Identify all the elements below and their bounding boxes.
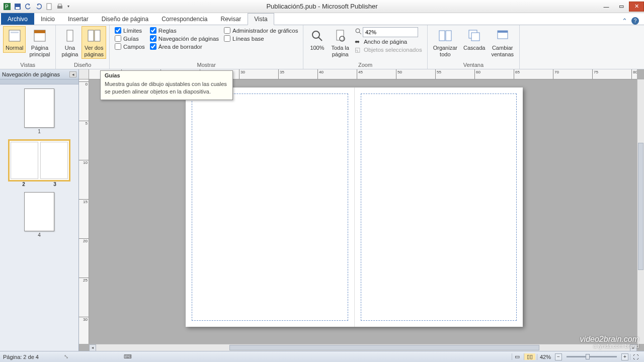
page-width-button[interactable]: ⬌Ancho de página — [355, 38, 422, 45]
single-page-icon — [62, 28, 78, 44]
view-mode-single-icon[interactable]: ▭ — [512, 353, 522, 360]
tab-diseno-pagina[interactable]: Diseño de página — [95, 13, 155, 25]
check-rulers[interactable]: Reglas — [150, 27, 219, 34]
two-page-button[interactable]: Ver dos páginas — [82, 26, 106, 59]
svg-point-14 — [312, 31, 319, 38]
tab-revisar[interactable]: Revisar — [214, 13, 248, 25]
svg-rect-12 — [88, 30, 94, 41]
new-icon[interactable] — [44, 2, 54, 12]
thumb-page-1[interactable]: 1 — [24, 88, 54, 134]
tab-file[interactable]: Archivo — [1, 13, 34, 25]
group-vistas: Normal Página principal Vistas — [0, 25, 56, 69]
page-left[interactable] — [186, 87, 355, 327]
svg-rect-6 — [58, 4, 61, 6]
zoom-out-button[interactable]: − — [555, 353, 562, 360]
zoom-100-button[interactable]: 100% — [306, 26, 328, 53]
scroll-left-icon[interactable]: ◂ — [89, 344, 96, 351]
svg-rect-13 — [95, 30, 100, 41]
check-baselines[interactable]: Líneas base — [224, 35, 298, 42]
status-lang-icon[interactable]: ⌨ — [124, 353, 132, 360]
quick-access-toolbar: P ▾ — [0, 2, 71, 12]
single-page-button[interactable]: Una página — [59, 26, 80, 59]
normal-view-icon — [7, 28, 23, 44]
svg-line-19 — [359, 32, 361, 34]
zoom-100-icon — [309, 28, 325, 44]
vscroll-thumb[interactable] — [638, 143, 643, 269]
zoom-slider-thumb[interactable] — [586, 354, 590, 359]
fit-window-icon[interactable]: ⛶ — [630, 354, 641, 360]
svg-rect-10 — [34, 30, 45, 33]
status-cursor-icon: ⤡ — [64, 353, 68, 360]
tooltip-guides: Guías Muestra guías de dibujo ajustables… — [100, 70, 233, 100]
tab-insertar[interactable]: Insertar — [61, 13, 95, 25]
page-margin-guide — [361, 94, 517, 321]
tab-vista[interactable]: Vista — [248, 13, 274, 25]
tooltip-body: Muestra guías de dibujo ajustables con l… — [101, 79, 232, 100]
ribbon: Normal Página principal Vistas Una págin… — [0, 25, 644, 69]
check-guides[interactable]: Guías — [115, 35, 145, 42]
print-icon[interactable] — [55, 2, 65, 12]
close-button[interactable]: ✕ — [629, 2, 644, 12]
hscroll-thumb[interactable] — [229, 345, 539, 350]
zoom-combo[interactable] — [363, 27, 418, 37]
tab-correspondencia[interactable]: Correspondencia — [155, 13, 214, 25]
nav-pane-collapse-icon[interactable]: ◂ — [69, 71, 76, 77]
undo-icon[interactable] — [23, 2, 33, 12]
page-margin-guide — [192, 94, 348, 321]
svg-rect-3 — [16, 7, 20, 9]
redo-icon[interactable] — [34, 2, 44, 12]
canvas-area: 0510152025303540455055606570758085909510… — [79, 69, 644, 351]
zoom-in-button[interactable]: + — [621, 353, 628, 360]
check-pagenav[interactable]: Navegación de páginas — [150, 35, 219, 42]
workspace: Navegación de páginas ◂ 1 23 4 051015202… — [0, 69, 644, 351]
group-label-ventana: Ventana — [431, 61, 516, 69]
status-page[interactable]: Página: 2 de 4 — [3, 354, 39, 360]
cascade-button[interactable]: Cascada — [461, 26, 488, 53]
thumb-page-4[interactable]: 4 — [24, 192, 54, 238]
nav-thumbnails: 1 23 4 — [0, 84, 78, 351]
check-scratch[interactable]: Área de borrador — [150, 43, 219, 50]
nav-pane-strip — [0, 79, 78, 84]
svg-rect-16 — [337, 30, 344, 40]
save-icon[interactable] — [13, 2, 23, 12]
master-page-button[interactable]: Página principal — [27, 26, 52, 59]
check-graphics-manager[interactable]: Administrador de gráficos — [224, 27, 298, 34]
status-zoom-value[interactable]: 42% — [537, 354, 553, 360]
svg-rect-20 — [439, 31, 445, 41]
selected-objects-button[interactable]: ◱Objetos seleccionados — [355, 46, 422, 53]
whole-page-button[interactable]: Toda la página — [329, 26, 351, 59]
tab-inicio[interactable]: Inicio — [34, 13, 61, 25]
switch-windows-icon — [495, 28, 511, 44]
minimize-ribbon-icon[interactable]: ⌃ — [622, 17, 627, 25]
vertical-scrollbar[interactable] — [637, 79, 644, 344]
switch-windows-button[interactable]: Cambiar ventanas — [489, 26, 516, 59]
svg-rect-21 — [446, 31, 451, 41]
normal-view-button[interactable]: Normal — [3, 26, 26, 53]
view-mode-spread-icon[interactable]: ▯▯ — [524, 353, 535, 360]
svg-text:P: P — [5, 4, 9, 10]
check-limits[interactable]: Límites — [115, 27, 145, 34]
nav-pane-header: Navegación de páginas ◂ — [0, 69, 78, 79]
cascade-icon — [466, 28, 482, 44]
maximize-button[interactable]: ▭ — [614, 2, 629, 12]
horizontal-scrollbar[interactable]: ◂ ▸ — [89, 344, 637, 351]
zoom-slider[interactable] — [567, 356, 617, 357]
app-icon[interactable]: P — [2, 2, 12, 12]
title-bar: P ▾ Publicación5.pub - Microsoft Publish… — [0, 0, 644, 13]
qat-dropdown-icon[interactable]: ▾ — [65, 2, 71, 12]
arrange-all-button[interactable]: Organizar todo — [431, 26, 460, 59]
master-page-icon — [32, 28, 48, 44]
tooltip-title: Guías — [101, 71, 232, 79]
group-mostrar: Límites Guías Campos Reglas Navegación d… — [110, 25, 303, 69]
page-right[interactable] — [355, 87, 523, 327]
group-diseno: Una página Ver dos páginas Diseño — [56, 25, 110, 69]
thumb-spread-2-3[interactable]: 23 — [8, 139, 70, 187]
window-title: Publicación5.pub - Microsoft Publisher — [266, 3, 377, 10]
check-fields[interactable]: Campos — [115, 43, 145, 50]
svg-rect-8 — [11, 32, 19, 33]
vertical-ruler[interactable]: 051015202530 — [79, 79, 89, 344]
minimize-button[interactable]: — — [599, 2, 614, 12]
page-spread[interactable] — [186, 87, 523, 327]
ribbon-tabs: Archivo Inicio Insertar Diseño de página… — [0, 13, 644, 25]
help-icon[interactable]: ? — [631, 17, 639, 25]
